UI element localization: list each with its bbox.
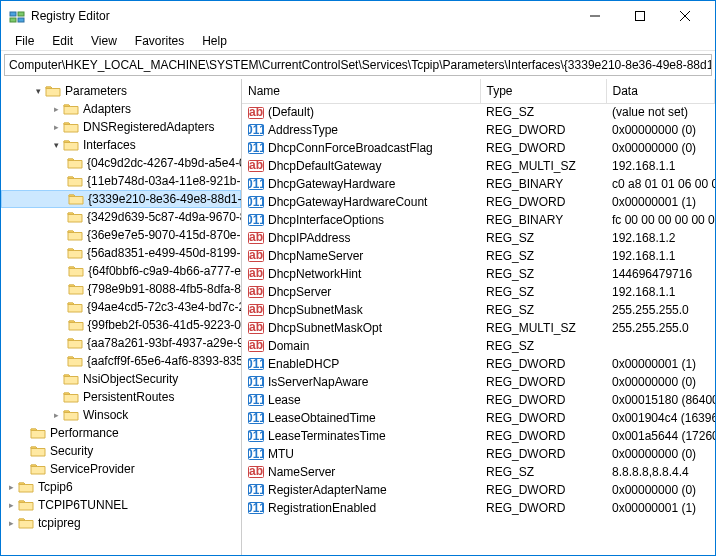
value-row[interactable]: 011IsServerNapAwareREG_DWORD0x00000000 (… — [242, 373, 715, 391]
value-type: REG_DWORD — [480, 139, 606, 157]
value-name: DhcpSubnetMask — [268, 303, 363, 317]
binary-value-icon: 011 — [248, 357, 264, 371]
value-row[interactable]: 011LeaseTerminatesTimeREG_DWORD0x001a564… — [242, 427, 715, 445]
tree-item-label: NsiObjectSecurity — [83, 372, 178, 386]
value-row[interactable]: 011EnableDHCPREG_DWORD0x00000001 (1) — [242, 355, 715, 373]
value-type: REG_DWORD — [480, 409, 606, 427]
tree-item[interactable]: PersistentRoutes — [1, 388, 241, 406]
value-name: DhcpInterfaceOptions — [268, 213, 384, 227]
tree-item[interactable]: Adapters — [1, 100, 241, 118]
svg-text:011: 011 — [248, 177, 264, 191]
value-row[interactable]: 011AddressTypeREG_DWORD0x00000000 (0) — [242, 121, 715, 139]
registry-editor-icon — [9, 8, 25, 24]
tree-item-label: {94ae4cd5-72c3-43e4-bd7c-2 — [87, 300, 241, 314]
expand-icon[interactable] — [31, 86, 45, 96]
menu-bar: File Edit View Favorites Help — [1, 31, 715, 51]
value-row[interactable]: abDhcpNetworkHintREG_SZ144696479716 — [242, 265, 715, 283]
tree-item[interactable]: TCPIP6TUNNEL — [1, 496, 241, 514]
address-bar[interactable]: Computer\HKEY_LOCAL_MACHINE\SYSTEM\Curre… — [4, 54, 712, 76]
close-button[interactable] — [662, 1, 707, 30]
value-row[interactable]: 011DhcpGatewayHardwareCountREG_DWORD0x00… — [242, 193, 715, 211]
svg-text:011: 011 — [248, 213, 264, 227]
tree-item[interactable]: {aa78a261-93bf-4937-a29e-9 — [1, 334, 241, 352]
tree-item[interactable]: {3339e210-8e36-49e8-88d1-e — [1, 190, 241, 208]
column-data-header[interactable]: Data — [606, 79, 715, 103]
expand-icon[interactable] — [49, 122, 63, 132]
menu-edit[interactable]: Edit — [44, 32, 81, 50]
tree-item[interactable]: ServiceProvider — [1, 460, 241, 478]
value-row[interactable]: 011RegistrationEnabledREG_DWORD0x0000000… — [242, 499, 715, 517]
tree-item-label: ServiceProvider — [50, 462, 135, 476]
value-list[interactable]: Name Type Data ab(Default)REG_SZ(value n… — [242, 79, 715, 555]
value-row[interactable]: abDhcpIPAddressREG_SZ192.168.1.2 — [242, 229, 715, 247]
tree-item[interactable]: {94ae4cd5-72c3-43e4-bd7c-2 — [1, 298, 241, 316]
tree-item[interactable]: {56ad8351-e499-450d-8199-b — [1, 244, 241, 262]
value-row[interactable]: ab(Default)REG_SZ(value not set) — [242, 103, 715, 121]
value-row[interactable]: 011DhcpGatewayHardwareREG_BINARYc0 a8 01… — [242, 175, 715, 193]
expand-icon[interactable] — [49, 410, 63, 420]
tree-item-label: Security — [50, 444, 93, 458]
value-row[interactable]: abDhcpServerREG_SZ192.168.1.1 — [242, 283, 715, 301]
value-row[interactable]: 011MTUREG_DWORD0x00000000 (0) — [242, 445, 715, 463]
tree-item[interactable]: {36e9e7e5-9070-415d-870e-7 — [1, 226, 241, 244]
value-row[interactable]: abDhcpDefaultGatewayREG_MULTI_SZ192.168.… — [242, 157, 715, 175]
tree-item[interactable]: {11eb748d-03a4-11e8-921b-8 — [1, 172, 241, 190]
tree-item[interactable]: {99fbeb2f-0536-41d5-9223-0 — [1, 316, 241, 334]
tree-item[interactable]: Winsock — [1, 406, 241, 424]
folder-icon — [30, 426, 46, 440]
folder-icon — [18, 480, 34, 494]
tree-item-label: Winsock — [83, 408, 128, 422]
tree-item[interactable]: Performance — [1, 424, 241, 442]
tree-item[interactable]: Security — [1, 442, 241, 460]
menu-help[interactable]: Help — [194, 32, 235, 50]
expand-icon[interactable] — [49, 140, 63, 150]
column-type-header[interactable]: Type — [480, 79, 606, 103]
svg-text:011: 011 — [248, 447, 264, 461]
value-data: 0x001904c4 (1639620 — [606, 409, 715, 427]
tree-item[interactable]: NsiObjectSecurity — [1, 370, 241, 388]
tree-item[interactable]: {3429d639-5c87-4d9a-9670-8 — [1, 208, 241, 226]
value-row[interactable]: abNameServerREG_SZ8.8.8.8,8.8.4.4 — [242, 463, 715, 481]
expand-icon[interactable] — [4, 482, 18, 492]
svg-text:011: 011 — [248, 195, 264, 209]
value-row[interactable]: 011DhcpInterfaceOptionsREG_BINARYfc 00 0… — [242, 211, 715, 229]
tree-item[interactable]: tcpipreg — [1, 514, 241, 532]
tree-item[interactable]: {64f0bbf6-c9a9-4b66-a777-e — [1, 262, 241, 280]
tree-item-label: {36e9e7e5-9070-415d-870e-7 — [87, 228, 241, 242]
menu-favorites[interactable]: Favorites — [127, 32, 192, 50]
value-name: DhcpSubnetMaskOpt — [268, 321, 382, 335]
string-value-icon: ab — [248, 267, 264, 281]
expand-icon[interactable] — [49, 104, 63, 114]
expand-icon[interactable] — [4, 518, 18, 528]
value-row[interactable]: 011LeaseREG_DWORD0x00015180 (86400) — [242, 391, 715, 409]
tree-item[interactable]: Parameters — [1, 82, 241, 100]
tree-item[interactable]: {798e9b91-8088-4fb5-8dfa-8 — [1, 280, 241, 298]
tree-view[interactable]: ParametersAdaptersDNSRegisteredAdaptersI… — [1, 79, 242, 555]
tree-item[interactable]: Interfaces — [1, 136, 241, 154]
value-row[interactable]: abDomainREG_SZ — [242, 337, 715, 355]
tree-item-label: {aafcff9f-65e6-4af6-8393-835 — [87, 354, 241, 368]
value-row[interactable]: 011LeaseObtainedTimeREG_DWORD0x001904c4 … — [242, 409, 715, 427]
maximize-button[interactable] — [617, 1, 662, 30]
value-row[interactable]: abDhcpSubnetMaskREG_SZ255.255.255.0 — [242, 301, 715, 319]
expand-icon[interactable] — [4, 500, 18, 510]
value-type: REG_DWORD — [480, 355, 606, 373]
value-row[interactable]: abDhcpNameServerREG_SZ192.168.1.1 — [242, 247, 715, 265]
tree-horizontal-scrollbar[interactable] — [1, 535, 241, 552]
string-value-icon: ab — [248, 285, 264, 299]
menu-file[interactable]: File — [7, 32, 42, 50]
svg-rect-5 — [635, 11, 644, 20]
binary-value-icon: 011 — [248, 123, 264, 137]
tree-item[interactable]: {aafcff9f-65e6-4af6-8393-835 — [1, 352, 241, 370]
column-name-header[interactable]: Name — [242, 79, 480, 103]
minimize-button[interactable] — [572, 1, 617, 30]
value-type: REG_SZ — [480, 301, 606, 319]
tree-item[interactable]: DNSRegisteredAdapters — [1, 118, 241, 136]
tree-item[interactable]: Tcpip6 — [1, 478, 241, 496]
menu-view[interactable]: View — [83, 32, 125, 50]
value-name: LeaseTerminatesTime — [268, 429, 386, 443]
value-row[interactable]: 011DhcpConnForceBroadcastFlagREG_DWORD0x… — [242, 139, 715, 157]
value-row[interactable]: 011RegisterAdapterNameREG_DWORD0x0000000… — [242, 481, 715, 499]
value-row[interactable]: abDhcpSubnetMaskOptREG_MULTI_SZ255.255.2… — [242, 319, 715, 337]
tree-item[interactable]: {04c9d2dc-4267-4b9d-a5e4-0 — [1, 154, 241, 172]
